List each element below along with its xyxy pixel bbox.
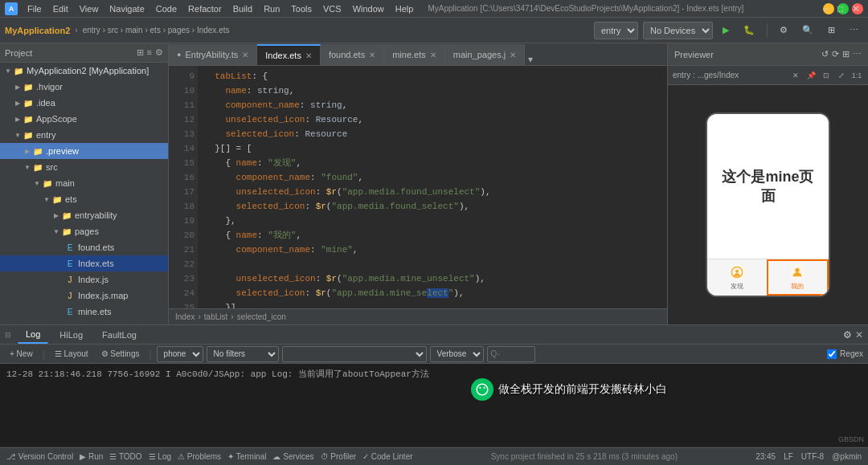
tree-item-appscope[interactable]: ▶ 📁 AppScope — [0, 111, 168, 127]
previewer-close-btn[interactable]: ✕ — [789, 69, 802, 82]
previewer-pin-btn[interactable]: 📌 — [805, 69, 817, 82]
previewer-icon-refresh[interactable]: ↺ — [821, 49, 829, 59]
tree-item-index-ets[interactable]: E Index.ets — [0, 255, 168, 271]
tree-item-found-ets[interactable]: E found.ets — [0, 239, 168, 255]
tab-index[interactable]: Index.ets ✕ — [257, 44, 321, 65]
previewer-ratio-btn[interactable]: 1:1 — [850, 69, 863, 82]
status-todo[interactable]: ☰ TODO — [109, 452, 141, 461]
bottom-tab-faultlog[interactable]: FaultLog — [94, 326, 145, 344]
tree-item-src[interactable]: ▼ 📁 src — [0, 159, 168, 175]
bottom-settings-icon[interactable]: ⚙ — [843, 329, 852, 341]
tree-item-ets[interactable]: ▼ 📁 ets — [0, 191, 168, 207]
more-button[interactable]: ⋯ — [845, 21, 863, 40]
status-problems[interactable]: ⚠ Problems — [178, 452, 221, 461]
tab-index-close[interactable]: ✕ — [305, 51, 312, 60]
status-encoding[interactable]: UTF-8 — [801, 452, 824, 461]
tab-entryability[interactable]: ● EntryAbility.ts ✕ — [169, 44, 257, 65]
status-run[interactable]: ▶ Run — [80, 452, 103, 461]
verbose-select[interactable]: Verbose — [430, 346, 484, 362]
layout-button[interactable]: ☰ Layout — [50, 346, 93, 362]
menu-code[interactable]: Code — [151, 0, 182, 18]
tree-item-root[interactable]: ▼ 📁 MyApplication2 [MyApplication] — [0, 63, 168, 79]
maximize-button[interactable]: □ — [837, 3, 849, 14]
menu-navigate[interactable]: Navigate — [104, 0, 149, 18]
close-button[interactable]: ✕ — [852, 3, 863, 14]
tabs-more-button[interactable]: ▾ — [528, 54, 533, 65]
status-version-control[interactable]: ⎇ Version Control — [6, 452, 73, 461]
bottom-tab-log[interactable]: Log — [18, 326, 48, 344]
breadcrumb-tablist[interactable]: tabList — [204, 312, 227, 321]
run-config-select[interactable]: entry — [594, 22, 638, 39]
status-log[interactable]: ☰ Log — [149, 452, 171, 461]
phone-tab-mine[interactable]: 我的 — [767, 259, 829, 296]
menu-build[interactable]: Build — [228, 0, 257, 18]
project-tree: ▼ 📁 MyApplication2 [MyApplication] ▶ 📁 .… — [0, 63, 168, 324]
log-settings-button[interactable]: ⚙ Settings — [96, 346, 145, 362]
code-editor[interactable]: tabList: { name: string, component_name:… — [198, 66, 667, 308]
phone-tab-found[interactable]: 发现 — [707, 259, 767, 296]
menu-run[interactable]: Run — [259, 0, 285, 18]
log-search-input[interactable] — [487, 346, 535, 362]
menu-window[interactable]: Window — [348, 0, 389, 18]
minimize-button[interactable]: – — [823, 3, 834, 14]
menu-file[interactable]: File — [23, 0, 47, 18]
menu-help[interactable]: Help — [391, 0, 419, 18]
tab-entryability-close[interactable]: ✕ — [242, 51, 248, 59]
sidebar-icon-sort[interactable]: ≡ — [147, 47, 152, 58]
status-services[interactable]: ☁ Services — [272, 452, 313, 461]
tree-item-preview[interactable]: ▶ 📁 .preview — [0, 143, 168, 159]
tree-item-mine-ets[interactable]: E mine.ets — [0, 304, 168, 320]
tree-item-index-js-map[interactable]: J Index.js.map — [0, 288, 168, 304]
settings-button[interactable]: ⚙ — [775, 21, 792, 40]
bottom-tab-hilog[interactable]: HiLog — [51, 326, 91, 344]
tab-mine-close[interactable]: ✕ — [430, 51, 436, 59]
regex-checkbox[interactable] — [827, 349, 837, 359]
tree-item-entry[interactable]: ▼ 📁 entry — [0, 127, 168, 143]
breadcrumb-selected-icon[interactable]: selected_icon — [237, 312, 286, 321]
previewer-icon-grid[interactable]: ⊞ — [842, 49, 850, 59]
status-code-linter[interactable]: ✓ Code Linter — [362, 452, 412, 461]
run-button[interactable]: ▶ — [718, 21, 734, 40]
menu-edit[interactable]: Edit — [48, 0, 73, 18]
previewer-icon-rotate[interactable]: ⟳ — [832, 49, 839, 59]
previewer-icon-more[interactable]: ⋯ — [853, 49, 862, 59]
bottom-close-icon[interactable]: ✕ — [855, 329, 863, 341]
tab-main-pages[interactable]: main_pages.j ✕ — [445, 44, 525, 65]
package-select[interactable] — [282, 346, 427, 362]
sidebar-title: Project — [5, 48, 32, 58]
status-lf[interactable]: LF — [784, 452, 793, 461]
menu-tools[interactable]: Tools — [286, 0, 317, 18]
tree-item-entryability[interactable]: ▶ 📁 entryability — [0, 207, 168, 223]
menu-vcs[interactable]: VCS — [318, 0, 346, 18]
new-log-button[interactable]: + New — [5, 346, 38, 362]
previewer-screen-btn[interactable]: ⊡ — [820, 69, 833, 82]
device-log-select[interactable]: phone — [157, 346, 203, 362]
sidebar-icon-settings[interactable]: ⊞ — [137, 47, 144, 58]
debug-button[interactable]: 🐛 — [739, 21, 760, 40]
sidebar-icon-gear[interactable]: ⚙ — [155, 47, 163, 58]
breadcrumb-index[interactable]: Index — [175, 312, 194, 321]
layout-button[interactable]: ⊞ — [823, 21, 840, 40]
tree-item-idea[interactable]: ▶ 📁 .idea — [0, 95, 168, 111]
tab-main-pages-close[interactable]: ✕ — [510, 51, 516, 59]
status-profiler[interactable]: ⏱ Profiler — [321, 452, 356, 461]
main-toolbar: MyApplication2 › entry › src › main › et… — [0, 18, 868, 43]
tab-mine-label: mine.ets — [392, 50, 426, 59]
window-title-path: MyApplication [C:\Users\34714\DevEcoStud… — [428, 4, 821, 13]
log-content[interactable]: 12-28 21:18:46.218 7756-16992 I A0c0d0/J… — [0, 364, 868, 447]
tree-item-pages[interactable]: ▼ 📁 pages — [0, 223, 168, 239]
tree-item-main[interactable]: ▼ 📁 main — [0, 175, 168, 191]
tab-found[interactable]: found.ets ✕ — [321, 44, 384, 65]
search-button[interactable]: 🔍 — [797, 21, 818, 40]
phone-tab-mine-label: 我的 — [791, 282, 804, 291]
menu-refactor[interactable]: Refactor — [183, 0, 227, 18]
filter-select[interactable]: No filters — [207, 346, 279, 362]
menu-view[interactable]: View — [75, 0, 104, 18]
tree-item-index-js[interactable]: J Index.js — [0, 271, 168, 288]
tab-found-close[interactable]: ✕ — [369, 51, 375, 59]
tree-item-hvigor[interactable]: ▶ 📁 .hvigor — [0, 79, 168, 95]
device-select[interactable]: No Devices — [643, 22, 713, 39]
previewer-expand-btn[interactable]: ⤢ — [835, 69, 848, 82]
tab-mine[interactable]: mine.ets ✕ — [384, 44, 445, 65]
status-terminal[interactable]: ✦ Terminal — [227, 452, 266, 461]
